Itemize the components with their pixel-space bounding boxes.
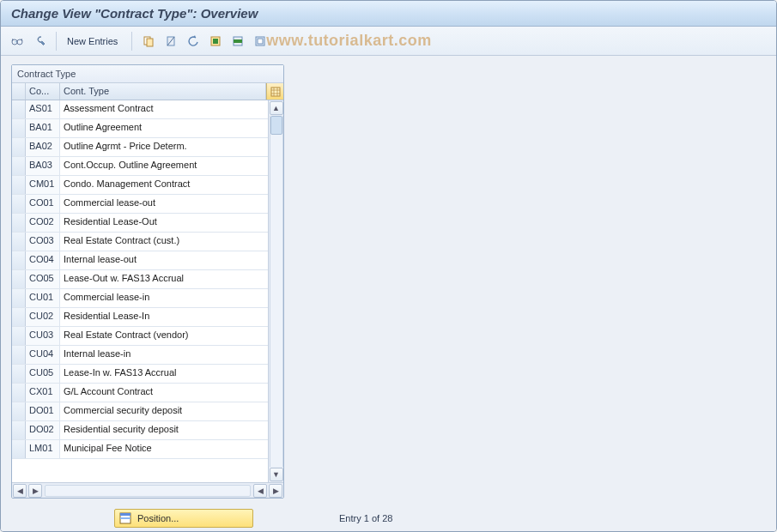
vertical-scrollbar[interactable]: ▲ ▼ [268, 100, 283, 482]
cell-desc[interactable]: Lease-In w. FAS13 Accrual [60, 365, 268, 383]
new-entries-button[interactable]: New Entries [64, 32, 124, 51]
copy-as-button[interactable] [139, 32, 158, 51]
cell-desc[interactable]: G/L Account Contract [60, 384, 268, 402]
row-selector[interactable] [12, 157, 26, 175]
delete-button[interactable] [161, 32, 180, 51]
scroll-left-button[interactable]: ◀ [13, 484, 27, 498]
cell-desc[interactable]: Residential Lease-Out [60, 214, 268, 232]
table-row[interactable]: CO05Lease-Out w. FAS13 Accrual [12, 270, 268, 289]
cell-code[interactable]: CU05 [26, 365, 60, 383]
cell-code[interactable]: CO02 [26, 214, 60, 232]
table-row[interactable]: CO04Internal lease-out [12, 251, 268, 270]
cell-desc[interactable]: Municipal Fee Notice [60, 440, 268, 458]
row-selector[interactable] [12, 308, 26, 326]
find-button[interactable] [30, 32, 49, 51]
undo-change-button[interactable] [184, 32, 203, 51]
cell-desc[interactable]: Cont.Occup. Outline Agreement [60, 157, 268, 175]
cell-code[interactable]: BA01 [26, 119, 60, 137]
table-row[interactable]: CO01Commercial lease-out [12, 195, 268, 214]
table-row[interactable]: CM01Condo. Management Contract [12, 176, 268, 195]
scroll-left-end-button[interactable]: ◀ [253, 484, 267, 498]
row-selector[interactable] [12, 365, 26, 383]
table-row[interactable]: DO02Residential security deposit [12, 421, 268, 440]
table-row[interactable]: CU03Real Estate Contract (vendor) [12, 327, 268, 346]
table-row[interactable]: AS01Assessment Contract [12, 100, 268, 119]
row-selector[interactable] [12, 214, 26, 232]
cell-desc[interactable]: Assessment Contract [60, 100, 268, 118]
cell-desc[interactable]: Commercial lease-in [60, 289, 268, 307]
cell-code[interactable]: BA02 [26, 138, 60, 156]
cell-code[interactable]: CU01 [26, 289, 60, 307]
cell-code[interactable]: DO01 [26, 402, 60, 420]
row-selector[interactable] [12, 176, 26, 194]
row-selector[interactable] [12, 270, 26, 288]
row-selector[interactable] [12, 289, 26, 307]
table-row[interactable]: DO01Commercial security deposit [12, 402, 268, 421]
cell-desc[interactable]: Outline Agreement [60, 119, 268, 137]
cell-code[interactable]: CX01 [26, 384, 60, 402]
table-row[interactable]: CU01Commercial lease-in [12, 289, 268, 308]
cell-code[interactable]: CU03 [26, 327, 60, 345]
row-selector-header[interactable] [12, 83, 26, 100]
other-view-button[interactable] [8, 32, 27, 51]
scroll-right-end-button[interactable]: ▶ [269, 484, 282, 498]
select-all-button[interactable] [206, 32, 225, 51]
column-header-desc[interactable]: Cont. Type [60, 83, 266, 100]
cell-code[interactable]: LM01 [26, 440, 60, 458]
cell-code[interactable]: CO04 [26, 251, 60, 269]
scroll-up-button[interactable]: ▲ [270, 101, 283, 115]
configure-columns-button[interactable] [266, 83, 283, 100]
cell-code[interactable]: CU04 [26, 346, 60, 364]
cell-desc[interactable]: Lease-Out w. FAS13 Accrual [60, 270, 268, 288]
cell-code[interactable]: CO03 [26, 233, 60, 251]
cell-code[interactable]: CO01 [26, 195, 60, 213]
vscroll-thumb[interactable] [270, 116, 282, 135]
table-row[interactable]: CU05Lease-In w. FAS13 Accrual [12, 365, 268, 384]
row-selector[interactable] [12, 421, 26, 439]
scroll-down-button[interactable]: ▼ [270, 468, 283, 481]
cell-desc[interactable]: Outline Agrmt - Price Determ. [60, 138, 268, 156]
row-selector[interactable] [12, 195, 26, 213]
cell-code[interactable]: DO02 [26, 421, 60, 439]
cell-code[interactable]: CM01 [26, 176, 60, 194]
hscroll-track[interactable] [45, 485, 251, 497]
cell-code[interactable]: CU02 [26, 308, 60, 326]
row-selector[interactable] [12, 402, 26, 420]
table-row[interactable]: CU04Internal lease-in [12, 346, 268, 365]
vscroll-track[interactable] [270, 116, 283, 467]
column-header-code[interactable]: Co... [26, 83, 60, 100]
table-row[interactable]: BA03Cont.Occup. Outline Agreement [12, 157, 268, 176]
table-row[interactable]: CX01G/L Account Contract [12, 384, 268, 402]
horizontal-scrollbar[interactable]: ◀ ▶ ◀ ▶ [12, 482, 283, 498]
table-row[interactable]: CO02Residential Lease-Out [12, 214, 268, 233]
table-row[interactable]: BA02Outline Agrmt - Price Determ. [12, 138, 268, 157]
cell-code[interactable]: CO05 [26, 270, 60, 288]
position-button[interactable]: Position... [114, 509, 253, 528]
select-block-button[interactable] [228, 32, 247, 51]
row-selector[interactable] [12, 100, 26, 118]
cell-desc[interactable]: Real Estate Contract (cust.) [60, 233, 268, 251]
table-row[interactable]: CO03Real Estate Contract (cust.) [12, 233, 268, 251]
cell-desc[interactable]: Internal lease-out [60, 251, 268, 269]
row-selector[interactable] [12, 327, 26, 345]
row-selector[interactable] [12, 138, 26, 156]
row-selector[interactable] [12, 346, 26, 364]
table-row[interactable]: CU02Residential Lease-In [12, 308, 268, 327]
cell-code[interactable]: AS01 [26, 100, 60, 118]
row-selector[interactable] [12, 440, 26, 458]
table-row[interactable]: LM01Municipal Fee Notice [12, 440, 268, 459]
cell-desc[interactable]: Condo. Management Contract [60, 176, 268, 194]
cell-code[interactable]: BA03 [26, 157, 60, 175]
cell-desc[interactable]: Internal lease-in [60, 346, 268, 364]
cell-desc[interactable]: Residential security deposit [60, 421, 268, 439]
cell-desc[interactable]: Commercial lease-out [60, 195, 268, 213]
row-selector[interactable] [12, 251, 26, 269]
row-selector[interactable] [12, 384, 26, 402]
row-selector[interactable] [12, 119, 26, 137]
table-row[interactable]: BA01Outline Agreement [12, 119, 268, 138]
row-selector[interactable] [12, 233, 26, 251]
cell-desc[interactable]: Commercial security deposit [60, 402, 268, 420]
cell-desc[interactable]: Residential Lease-In [60, 308, 268, 326]
scroll-right-button[interactable]: ▶ [28, 484, 42, 498]
cell-desc[interactable]: Real Estate Contract (vendor) [60, 327, 268, 345]
